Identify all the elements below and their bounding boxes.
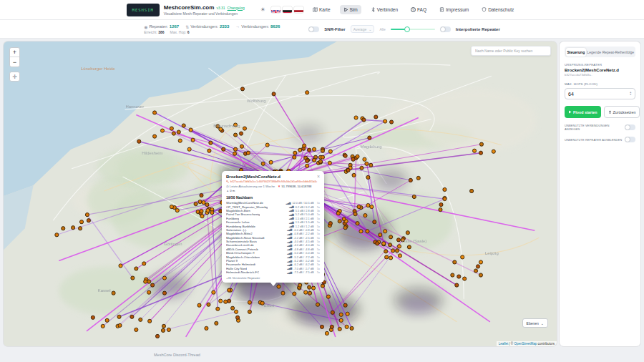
neighbor-hops: 5x bbox=[316, 270, 320, 274]
app-logo[interactable]: MESHSIM bbox=[127, 4, 160, 16]
stepper-icon[interactable]: ▲▼ bbox=[630, 92, 632, 96]
hidden-repeaters-link[interactable]: +31 Versteckte Repeater bbox=[226, 276, 320, 280]
neighbor-name[interactable]: Hundeberg Barbfelde bbox=[226, 225, 255, 228]
zoom-out-button[interactable]: − bbox=[10, 57, 19, 67]
neighbor-name[interactable]: Schornsteinstolz Basis bbox=[226, 240, 257, 243]
app-title: MeshcoreSim.com bbox=[164, 4, 215, 11]
leaflet-link[interactable]: Leaflet bbox=[499, 342, 509, 346]
neighbor-hops: 3x bbox=[316, 209, 320, 212]
locate-button[interactable]: ✛ bbox=[9, 72, 20, 82]
neighbor-snr: -5.0 dB / -5.0 dB bbox=[293, 251, 313, 255]
neighbor-hops: 5x bbox=[316, 228, 320, 232]
neighbor-name[interactable]: Helmstedt-Neubrück-FC bbox=[226, 270, 259, 274]
neighbor-name[interactable]: Planet 9 bbox=[226, 259, 238, 263]
neighbor-name[interactable]: Feuerwehr Lehre bbox=[226, 220, 250, 224]
main-area: HannoverBraunschweigWolfsburgMagdeburgHi… bbox=[0, 39, 644, 348]
stats-summary: ◉ Repeater: 1267 ⇅ Verbindungen: 2333 → … bbox=[144, 24, 280, 34]
neighbor-snr: -6.2 dB / -5.2 dB bbox=[293, 259, 313, 263]
search-input[interactable] bbox=[471, 46, 551, 56]
panel-tabs: SteuerungLegendeRepeat-Reihenfolge bbox=[565, 47, 635, 57]
neighbor-name[interactable]: dB5G-Connect-Petersb bbox=[226, 248, 258, 251]
ursprung-key: b327accda73dfd3a.. bbox=[565, 73, 635, 77]
chevron-down-icon: ⌄ bbox=[541, 321, 544, 326]
neighbor-hops: 5x bbox=[316, 248, 320, 251]
signal-bars-icon: ▂▄▆ bbox=[286, 202, 291, 205]
svg-text:Hannover: Hannover bbox=[125, 104, 144, 109]
osm-link[interactable]: OpenStreetMap bbox=[514, 342, 537, 346]
flag-en-icon[interactable] bbox=[271, 6, 280, 13]
svg-text:Braunschweig: Braunschweig bbox=[213, 124, 240, 128]
signal-bars-icon: ▂▄▆ bbox=[287, 236, 291, 239]
neighbor-hops: 5x bbox=[316, 263, 320, 266]
arrow-right-icon: → bbox=[235, 24, 240, 29]
signal-bars-icon: ▂▄▆ bbox=[287, 248, 291, 250]
flag-de-icon[interactable] bbox=[283, 6, 292, 13]
neighbor-name[interactable]: OP_TEST_Repeater_Wurmbg bbox=[226, 205, 268, 209]
app-header: MESHSIM MeshcoreSim.com v3.31 Changelog … bbox=[0, 0, 644, 20]
neighbor-row[interactable]: Helmstedt-Neubrück-FC▂▄▆-7.5 dB / -7.5 d… bbox=[226, 270, 320, 274]
reset-button[interactable]: Zurücksetzen bbox=[604, 106, 640, 118]
question-icon: ? bbox=[411, 7, 416, 12]
filter-controls: SNR-Filter Average ⌄ Alle Interpolierte … bbox=[308, 25, 499, 33]
neighbor-name[interactable]: Patrol Twr Braunschweig bbox=[226, 212, 260, 216]
neighbor-snr: -7.5 dB / -7.5 dB bbox=[293, 270, 313, 274]
stat-verbindungen: ⇅ Verbindungen: 2333 bbox=[185, 24, 229, 29]
neighbor-name[interactable]: Halle City Nord bbox=[226, 267, 247, 270]
nav-impressum[interactable]: Impressum bbox=[436, 5, 472, 14]
app-subtitle: Visualisiere Mesh-Repeater und Verbindun… bbox=[164, 11, 245, 16]
flood-start-button[interactable]: Flood starten bbox=[565, 106, 601, 118]
toggle-unused-connections: Unbenutzte Verbindungen anzeigen bbox=[565, 124, 635, 131]
interpolierte-toggle[interactable] bbox=[440, 26, 451, 32]
changelog-link[interactable]: Changelog bbox=[228, 6, 245, 10]
theme-toggle-icon[interactable]: ☀ bbox=[260, 6, 265, 13]
tab-legende[interactable]: Legende bbox=[586, 48, 602, 57]
snr-mode-select[interactable]: Average ⌄ bbox=[351, 25, 375, 33]
neighbor-name[interactable]: Magdeblech-Börn bbox=[226, 209, 250, 212]
svg-text:Magdeburg: Magdeburg bbox=[360, 145, 381, 149]
neighbor-snr: 1.2 dB / 1.2 dB bbox=[296, 225, 314, 228]
neighbor-hops: 5x bbox=[316, 243, 320, 247]
stat-repeater: ◉ Repeater: 1267 bbox=[144, 24, 179, 29]
unused-repeaters-toggle[interactable] bbox=[625, 137, 635, 142]
flag-nl-icon[interactable] bbox=[294, 6, 303, 13]
snr-filter-toggle[interactable] bbox=[308, 26, 319, 32]
signal-bars-icon: ▂▄▆ bbox=[287, 271, 291, 274]
neighbor-name[interactable]: Magdeblech-Neue Neustadt bbox=[226, 236, 265, 240]
neighbor-name[interactable]: Wurmbg|MeshCoreNetz.de bbox=[226, 201, 263, 205]
maxhops-input[interactable]: 64 ▲▼ bbox=[565, 88, 635, 99]
tab-steuerung[interactable]: Steuerung bbox=[566, 48, 587, 57]
neighbor-name[interactable]: Salzstation -|-|- bbox=[226, 228, 247, 232]
play-icon bbox=[343, 7, 348, 12]
neighbor-name[interactable]: Feuerwehr Helmstedt bbox=[226, 263, 255, 266]
neighbor-snr: 1.5 dB / 1.5 dB bbox=[296, 220, 314, 224]
nav-verbinden[interactable]: Verbinden bbox=[367, 5, 401, 14]
close-icon[interactable]: × bbox=[317, 175, 320, 179]
signal-bars-icon: ▂▄▆ bbox=[289, 217, 293, 220]
stats-secondary: Erreicht: 386 Max. Hop: 6 bbox=[144, 30, 280, 34]
neighbor-snr: -5.2 dB / -7.2 dB bbox=[293, 255, 313, 259]
unused-connections-toggle[interactable] bbox=[625, 124, 635, 130]
chevron-down-icon: ⌄ bbox=[369, 27, 371, 31]
nav-sim[interactable]: Sim bbox=[340, 5, 361, 14]
discord-thread-link[interactable]: MeshCore Discord-Thread bbox=[154, 353, 200, 357]
slider-knob[interactable] bbox=[404, 26, 410, 32]
zoom-in-button[interactable]: + bbox=[10, 48, 19, 57]
nav-faq[interactable]: ? FAQ bbox=[407, 5, 430, 14]
neighbor-name[interactable]: Magdeblech-Ottersleben bbox=[226, 255, 260, 259]
signal-bars-icon: ▂▄▆ bbox=[287, 244, 291, 247]
neighbor-snr: -4.8 dB / -4.8 dB bbox=[293, 248, 313, 251]
tab-repeat-reihenfolge[interactable]: Repeat-Reihenfolge bbox=[602, 48, 634, 57]
neighbor-hops: 5x bbox=[316, 255, 320, 259]
language-switcher bbox=[271, 6, 303, 13]
neighbor-snr: -0.0 dB / -0.8 dB bbox=[293, 228, 313, 232]
layers-dropdown[interactable]: Ebenen ⌄ bbox=[522, 318, 548, 328]
toggle-unused-repeaters: Unbenutzte Repeater ausblenden bbox=[565, 137, 635, 142]
neighbor-name[interactable]: Funkberg bbox=[226, 217, 239, 220]
snr-slider[interactable] bbox=[391, 26, 435, 32]
nav-karte[interactable]: Karte bbox=[309, 5, 334, 14]
nav-datenschutz[interactable]: Datenschutz bbox=[478, 5, 517, 14]
neighbor-name[interactable]: Magdeblech-Mitte2 bbox=[226, 232, 253, 235]
popup-meta: ◷ Letzte Aktualisierung vor 1 Woche ▼ 51… bbox=[226, 185, 320, 192]
neighbor-name[interactable]: Hasenbruck mrt0.de bbox=[226, 243, 254, 247]
neighbor-name[interactable]: Bleid-Ortschwüper-Tl bbox=[226, 251, 255, 255]
